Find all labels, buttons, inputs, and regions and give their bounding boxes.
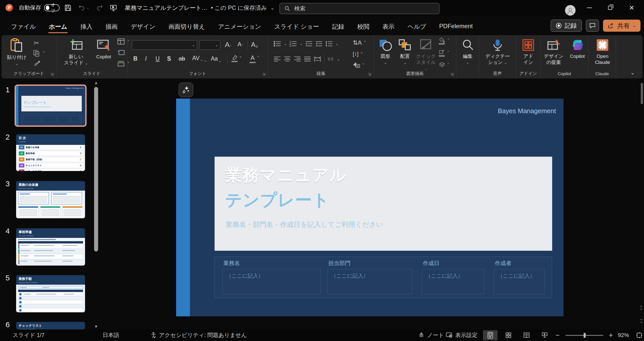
- shapes-button[interactable]: 図形 ⌄: [376, 36, 395, 64]
- copilot-button[interactable]: Copilot: [567, 36, 588, 59]
- slide-thumbnail-5[interactable]: 業務手順 Step-by-Step Procedure: [16, 275, 85, 312]
- text-direction-dropdown-icon[interactable]: ⌄: [363, 39, 367, 46]
- zoom-in-button[interactable]: +: [609, 331, 613, 339]
- collapse-ribbon-icon[interactable]: ⌄: [630, 69, 635, 76]
- designer-sparkle-button[interactable]: [179, 82, 193, 97]
- copy-button[interactable]: ⌄: [33, 50, 46, 57]
- next-slide-button[interactable]: ⌄⌄: [638, 317, 644, 323]
- new-slide-button[interactable]: 新しい スライド ⌄: [63, 35, 89, 66]
- arrange-dropdown-icon[interactable]: ⌄: [404, 61, 407, 64]
- smartart-dropdown-icon[interactable]: ⌄: [362, 62, 365, 68]
- bullets-dropdown-icon[interactable]: ⌄: [284, 42, 287, 45]
- justify-button[interactable]: [304, 56, 311, 62]
- numbering-dropdown-icon[interactable]: ⌄: [300, 42, 303, 45]
- tab-animations[interactable]: アニメーション: [213, 20, 267, 34]
- field-business-name[interactable]: 業務名 （ここに記入）: [222, 257, 320, 298]
- document-title-area[interactable]: 業務マニュアルテンプレート… • この PC に保存済み ⌄: [125, 0, 275, 16]
- grow-font-button[interactable]: Aˆ: [225, 41, 231, 49]
- shapes-dropdown-icon[interactable]: ⌄: [384, 61, 387, 64]
- align-center-button[interactable]: [284, 56, 291, 62]
- field-author[interactable]: 作成者 （ここに記入）: [494, 257, 545, 298]
- slide-thumbnail-4[interactable]: 事前準備 Pre-work Checklist: [16, 228, 85, 266]
- field-department[interactable]: 担当部門 （ここに記入）: [327, 257, 412, 298]
- start-slideshow-icon[interactable]: [110, 4, 117, 12]
- field-created-date[interactable]: 作成日 （ここに記入）: [422, 257, 484, 298]
- share-dropdown-icon[interactable]: ⌄: [633, 24, 636, 27]
- slide-thumbnail-6[interactable]: チェックリスト Completion Checklist: [16, 322, 85, 329]
- slide-subtitle[interactable]: 業務名・部門名・作成日を記入してご利用ください: [226, 220, 383, 229]
- distribute-text-button[interactable]: [314, 56, 321, 62]
- restore-button[interactable]: [604, 2, 616, 14]
- line-spacing-button[interactable]: [325, 41, 333, 47]
- tab-help[interactable]: ヘルプ: [402, 20, 432, 34]
- autosave-control[interactable]: 自動保存 オフ: [19, 0, 60, 16]
- bullets-button[interactable]: [274, 41, 281, 47]
- tab-pdfelement[interactable]: PDFelement: [434, 20, 478, 34]
- shape-effects-button[interactable]: ⌄: [439, 61, 450, 67]
- dictation-button[interactable]: ディクテー ション ⌄: [483, 36, 512, 65]
- columns-dropdown-icon[interactable]: ⌄: [337, 58, 340, 60]
- slide-sorter-view-button[interactable]: [501, 330, 516, 340]
- character-spacing-button[interactable]: AV↔⌄: [192, 55, 207, 62]
- share-button[interactable]: 共有 ⌄: [603, 20, 640, 32]
- minimize-button[interactable]: [584, 2, 595, 14]
- drawing-dialog-launcher[interactable]: ⇲: [450, 72, 454, 76]
- slide-title-line2[interactable]: テンプレート: [225, 189, 330, 211]
- slide-thumbnail-1[interactable]: Bayes Management テンプレート: [15, 84, 87, 127]
- slides-copilot-button[interactable]: Copilot: [92, 35, 116, 60]
- save-icon[interactable]: [64, 4, 72, 12]
- paste-button[interactable]: 貼り付け ⌄: [7, 35, 26, 65]
- cut-button[interactable]: ✂: [34, 39, 39, 47]
- text-direction-button[interactable]: ⇅A⌄: [353, 39, 367, 46]
- powerpoint-logo-icon[interactable]: P: [6, 4, 13, 12]
- slide-field-panel[interactable]: 業務名 （ここに記入） 担当部門 （ここに記入） 作成日 （ここに記入） 作成者…: [214, 257, 552, 298]
- title-dropdown-icon[interactable]: ⌄: [270, 7, 275, 9]
- shrink-font-button[interactable]: Aˇ: [237, 41, 243, 48]
- convert-smartart-button[interactable]: ⌄: [353, 62, 365, 68]
- close-button[interactable]: ✕: [626, 2, 637, 14]
- align-text-button[interactable]: [↕]⌄: [353, 51, 363, 57]
- field-input-box[interactable]: （ここに記入）: [494, 269, 545, 294]
- comments-button[interactable]: [586, 20, 599, 32]
- copy-dropdown-icon[interactable]: ⌄: [42, 50, 46, 57]
- slideshow-view-button[interactable]: [537, 330, 552, 340]
- clipboard-dialog-launcher[interactable]: ⇲: [50, 72, 54, 76]
- text-shadow-button[interactable]: S: [167, 55, 171, 62]
- thumb-scrollbar[interactable]: [94, 87, 98, 251]
- font-name-combobox[interactable]: ⌄: [132, 40, 197, 50]
- addins-button[interactable]: アド イン: [519, 36, 537, 65]
- accessibility-status[interactable]: アクセシビリティ: 問題ありません: [150, 331, 247, 339]
- slide-title-line1[interactable]: 業務マニュアル: [225, 164, 347, 186]
- tab-design[interactable]: デザイン: [125, 20, 161, 34]
- tab-review[interactable]: 校閲: [352, 20, 375, 34]
- reset-slide-button[interactable]: [117, 49, 125, 56]
- highlight-dropdown-icon[interactable]: ⌄: [239, 55, 242, 62]
- underline-button[interactable]: U: [155, 55, 160, 62]
- line-spacing-dropdown-icon[interactable]: ⌄: [335, 42, 339, 45]
- decrease-indent-button[interactable]: [305, 41, 313, 47]
- bold-button[interactable]: B: [133, 55, 138, 62]
- font-color-dropdown-icon[interactable]: ⌄: [257, 54, 260, 63]
- canvas-scrollbar[interactable]: [641, 83, 643, 104]
- character-spacing-dropdown-icon[interactable]: ⌄: [204, 59, 207, 62]
- arrange-button[interactable]: 配置 ⌄: [395, 36, 415, 64]
- autosave-toggle[interactable]: オフ: [44, 4, 60, 11]
- display-settings-button[interactable]: 表示設定: [446, 331, 477, 339]
- columns-button[interactable]: [327, 56, 334, 62]
- zoom-level[interactable]: 92%: [618, 332, 629, 338]
- thumb-scroll-down-icon[interactable]: ▼: [94, 324, 99, 329]
- slide-indicator[interactable]: スライド 1/7: [13, 331, 45, 339]
- shape-outline-button[interactable]: ⌄: [439, 49, 450, 57]
- notes-button[interactable]: ノート: [418, 331, 444, 339]
- fit-to-window-button[interactable]: [636, 332, 642, 338]
- editing-dropdown-icon[interactable]: ⌄: [466, 61, 469, 64]
- change-case-button[interactable]: Aa⌄: [211, 55, 222, 62]
- align-left-button[interactable]: [274, 56, 281, 62]
- tab-file[interactable]: ファイル: [6, 20, 41, 34]
- font-dialog-launcher[interactable]: ⇲: [262, 72, 265, 76]
- format-painter-button[interactable]: [34, 60, 41, 67]
- shape-fill-button[interactable]: ⌄: [439, 37, 450, 45]
- field-input-box[interactable]: （ここに記入）: [327, 269, 412, 294]
- paragraph-dialog-launcher[interactable]: ⇲: [368, 72, 371, 76]
- reading-view-button[interactable]: [519, 330, 534, 340]
